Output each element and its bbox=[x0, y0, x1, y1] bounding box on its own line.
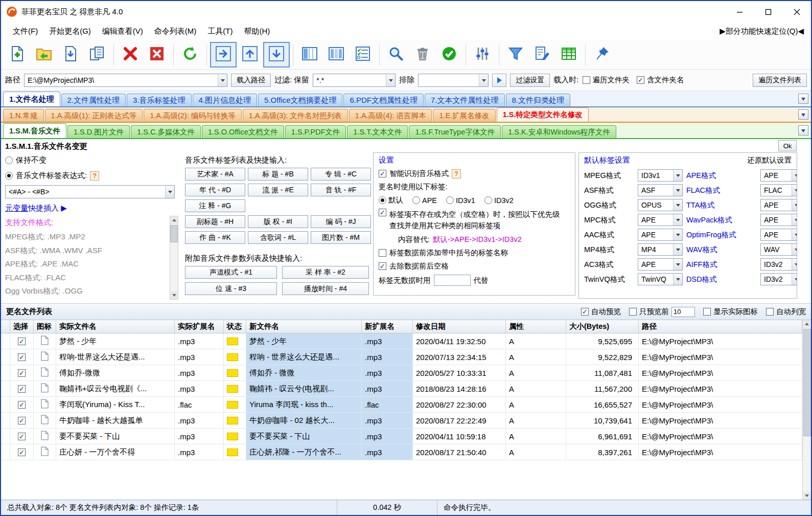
table-row-3[interactable]: 鞠婧祎+叹云兮电视剧《....mp3鞠婧祎 - 叹云兮(电视剧....mp320… bbox=[1, 381, 802, 397]
default-tag-select-3[interactable]: APE bbox=[638, 214, 683, 226]
chevron-down-icon[interactable] bbox=[792, 244, 797, 255]
tag-button-10[interactable]: 版 权 - #I bbox=[248, 215, 308, 228]
scroll-down-icon[interactable] bbox=[170, 291, 178, 299]
export-grid-button[interactable] bbox=[555, 42, 582, 68]
tag-kind-radio-0[interactable]: 默认 bbox=[379, 195, 403, 205]
tag-button-14[interactable]: 图片数 - #M bbox=[311, 231, 371, 244]
meta-variable-link[interactable]: 元变量 bbox=[5, 204, 28, 213]
maximize-button[interactable] bbox=[754, 1, 782, 23]
chevron-down-icon[interactable] bbox=[673, 229, 682, 240]
checkbox[interactable] bbox=[629, 308, 637, 316]
scroll-thumb[interactable] bbox=[170, 225, 178, 242]
move-up-button[interactable] bbox=[237, 42, 263, 68]
apply-filter-button[interactable] bbox=[492, 74, 506, 87]
table-row-7[interactable]: 庄心妍 - 一万个舍不得.mp3庄心妍,祁隆 - 一万个舍不....mp3202… bbox=[1, 444, 802, 460]
minimize-button[interactable] bbox=[725, 1, 754, 23]
tag-button-13[interactable]: 含歌词 - #L bbox=[248, 231, 308, 244]
tab-tab1-0[interactable]: 1.文件名处理 bbox=[3, 92, 60, 106]
help-icon[interactable]: ? bbox=[452, 169, 461, 178]
load-path-button[interactable]: 载入路径 bbox=[231, 74, 271, 87]
no-data-input[interactable] bbox=[434, 275, 471, 286]
tune-settings-button[interactable] bbox=[469, 42, 496, 68]
format-link-7[interactable]: DSD格式 bbox=[686, 275, 757, 284]
default-tag-select-2[interactable]: OPUS bbox=[638, 199, 683, 211]
tab-overflow-button[interactable] bbox=[798, 109, 808, 120]
smart-detect-checkbox[interactable] bbox=[379, 170, 386, 177]
filter-settings-button[interactable]: 过滤设置 bbox=[510, 74, 550, 87]
default-tag-select2-5[interactable]: WAV bbox=[760, 243, 797, 256]
default-tag-select-1[interactable]: ASF bbox=[638, 184, 683, 196]
checkbox[interactable] bbox=[703, 308, 711, 316]
tag-button-6[interactable]: 注 释 - #G bbox=[185, 199, 245, 212]
tab-tab3-7[interactable]: 1.S.K.安卓和Windows程序文件 bbox=[502, 125, 616, 138]
radio[interactable] bbox=[412, 196, 420, 204]
column-header-0[interactable]: 选择 bbox=[10, 320, 34, 333]
filter-combobox[interactable]: *.* bbox=[313, 74, 396, 87]
tab-tab3-3[interactable]: 1.S.O.Office文档文件 bbox=[202, 125, 284, 138]
filter-button[interactable] bbox=[502, 42, 529, 68]
load-option-1[interactable]: 含文件夹名 bbox=[637, 75, 684, 85]
column-header-10[interactable]: 路径 bbox=[639, 320, 802, 333]
chevron-down-icon[interactable] bbox=[792, 274, 797, 285]
exclude-combobox[interactable] bbox=[418, 74, 489, 87]
tab-tab3-4[interactable]: 1.S.P.PDF文件 bbox=[285, 125, 346, 138]
tag-button-11[interactable]: 编 码 - #J bbox=[311, 215, 371, 228]
default-tag-select2-1[interactable]: FLAC bbox=[760, 184, 797, 196]
checkbox[interactable] bbox=[637, 76, 644, 84]
radio[interactable] bbox=[484, 196, 492, 204]
chevron-down-icon[interactable] bbox=[792, 170, 797, 181]
tab-tab1-5[interactable]: 6.PDF文档属性处理 bbox=[343, 94, 424, 106]
tag-button-2[interactable]: 专 辑 - #C bbox=[311, 168, 371, 181]
row-checkbox[interactable] bbox=[18, 417, 26, 424]
save-list-button[interactable] bbox=[84, 42, 110, 68]
chevron-down-icon[interactable] bbox=[792, 214, 797, 226]
tab-tab1-7[interactable]: 8.文件归类处理 bbox=[506, 94, 571, 106]
column-header-2[interactable]: 实际文件名 bbox=[56, 320, 175, 333]
tab-tab1-3[interactable]: 4.图片信息处理 bbox=[193, 94, 258, 106]
row-select-cell[interactable] bbox=[10, 333, 34, 349]
default-tag-select-6[interactable]: APE bbox=[638, 258, 683, 271]
chevron-down-icon[interactable] bbox=[673, 259, 682, 270]
tab-overflow-button[interactable] bbox=[798, 94, 808, 104]
default-tag-select-5[interactable]: MP4 bbox=[638, 243, 683, 256]
open-folder-button[interactable] bbox=[31, 42, 57, 68]
param-button-3[interactable]: 播放时间 - #4 bbox=[282, 282, 369, 295]
load-list-button[interactable] bbox=[57, 42, 84, 68]
column-header-4[interactable]: 状态 bbox=[224, 320, 246, 333]
remove-all-button[interactable] bbox=[144, 42, 170, 68]
row-checkbox[interactable] bbox=[18, 385, 26, 393]
menu-item-3[interactable]: 命令列表(M) bbox=[149, 25, 202, 38]
tab-tab2-3[interactable]: 1.A.高级(3): 文件名对照列表 bbox=[243, 109, 348, 122]
table-row-2[interactable]: 傅如乔-微微.mp3傅如乔 - 微微.mp32020/05/27 10:33:3… bbox=[1, 365, 802, 381]
column-header-5[interactable]: 新文件名 bbox=[246, 320, 362, 333]
default-tag-select2-4[interactable]: APE bbox=[760, 229, 797, 241]
format-link-0[interactable]: APE格式 bbox=[686, 171, 757, 181]
bracket-name-checkbox[interactable] bbox=[379, 249, 386, 257]
scroll-thumb[interactable] bbox=[803, 329, 811, 436]
param-button-2[interactable]: 位 速 - #3 bbox=[185, 282, 277, 295]
panel-layout-button[interactable] bbox=[296, 42, 323, 68]
tab-tab1-2[interactable]: 3.音乐标签处理 bbox=[127, 94, 192, 106]
tag-fallback-checkbox[interactable] bbox=[379, 209, 386, 216]
chevron-down-icon[interactable] bbox=[673, 214, 682, 226]
pin-button[interactable] bbox=[589, 42, 615, 68]
checkbox[interactable] bbox=[583, 76, 590, 84]
default-tag-select2-0[interactable]: APE bbox=[760, 169, 797, 182]
chevron-down-icon[interactable] bbox=[792, 185, 797, 196]
tag-kind-radio-3[interactable]: ID3v2 bbox=[484, 196, 514, 205]
quick-insert-link[interactable]: 快捷插入 ▶ bbox=[28, 204, 67, 213]
chevron-down-icon[interactable] bbox=[673, 244, 682, 255]
column-header-1[interactable]: 图标 bbox=[34, 320, 56, 333]
row-select-cell[interactable] bbox=[10, 444, 34, 460]
tab-tab1-4[interactable]: 5.Office文档摘要处理 bbox=[258, 94, 342, 106]
table-vertical-scrollbar[interactable] bbox=[802, 320, 811, 500]
table-row-1[interactable]: 程响-世界这么大还是遇....mp3程响 - 世界这么大还是遇....mp320… bbox=[1, 349, 802, 365]
format-link-1[interactable]: FLAC格式 bbox=[686, 186, 757, 195]
chevron-down-icon[interactable] bbox=[479, 74, 488, 86]
tab-tab2-1[interactable]: 1.A.高级(1): 正则表达式等 bbox=[45, 109, 143, 122]
chevron-down-icon[interactable] bbox=[673, 170, 682, 181]
scroll-up-icon[interactable] bbox=[170, 216, 178, 224]
quick-locate-link[interactable]: ▶部分功能快速定位(Q)◀ bbox=[720, 27, 811, 36]
format-link-3[interactable]: WavPack格式 bbox=[686, 215, 757, 225]
radio[interactable] bbox=[446, 196, 454, 204]
